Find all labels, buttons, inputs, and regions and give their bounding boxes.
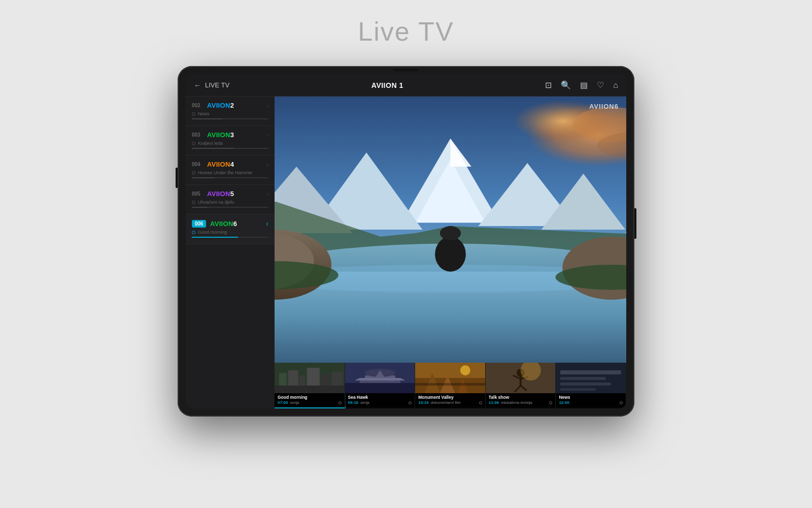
header-actions: ⊡ 🔍 ▤ ♡ ⌂ xyxy=(545,80,618,90)
channel-chevron-icon: › xyxy=(266,103,268,109)
header-channel-title: AVIION 1 xyxy=(371,81,403,89)
thumbnail-info-2: Sea Hawk 09:10 serija xyxy=(345,393,415,406)
channel-item-006[interactable]: 006 AVIION6 ‹ Good morning xyxy=(186,214,275,244)
thumbnail-meta-2: 09:10 serija xyxy=(348,400,412,405)
thumbnail-active-bar xyxy=(275,407,345,408)
favorite-icon[interactable]: ♡ xyxy=(597,80,604,90)
thumbnail-item-4[interactable]: Talk show 11:06 edukativna emisija xyxy=(486,363,556,408)
tablet-screen: ← LIVE TV AVIION 1 ⊡ 🔍 ▤ ♡ ⌂ 002 AVIION xyxy=(186,74,626,408)
channel-list: 002 AVIION2 › News 003 xyxy=(186,97,275,408)
channel-number: 002 xyxy=(192,103,203,108)
thumbnail-time-3: 10:10 xyxy=(418,400,428,405)
progress-bar xyxy=(192,237,268,238)
progress-bar xyxy=(192,148,268,149)
progress-bar xyxy=(192,118,268,119)
thumbnail-time-1: 07:00 xyxy=(278,400,288,405)
thumbnail-title-1: Good morning xyxy=(278,395,342,400)
channel-item-003[interactable]: 003 AVIION3 › Kraljevi leda xyxy=(186,126,275,155)
thumbnail-info-4: Talk show 11:06 edukativna emisija xyxy=(486,393,556,406)
progress-fill xyxy=(192,148,234,149)
progress-fill xyxy=(192,207,207,208)
svg-point-46 xyxy=(460,365,470,375)
home-icon[interactable]: ⌂ xyxy=(613,81,618,90)
thumbnail-bg-2 xyxy=(345,363,415,393)
program-dot xyxy=(192,112,195,116)
progress-fill xyxy=(192,237,238,238)
thumbnail-info-1: Good morning 07:00 serija xyxy=(275,393,345,406)
tablet-volume-button[interactable] xyxy=(176,168,178,188)
thumbnail-meta-1: 07:00 serija xyxy=(278,400,342,405)
svg-rect-39 xyxy=(345,383,415,393)
thumbnail-dot-4 xyxy=(549,401,552,404)
thumbnail-title-5: News xyxy=(559,395,623,400)
subtitle-icon[interactable]: ▤ xyxy=(580,80,588,90)
channel-item-004[interactable]: 004 AVIION4 › Homes Under the Hammer xyxy=(186,155,275,185)
channel-overlay-logo: AVIION6 xyxy=(589,103,619,110)
thumbnail-info-5: News 12:00 xyxy=(556,393,626,406)
thumbnail-type-1: serija xyxy=(290,400,299,405)
back-arrow-icon: ← xyxy=(194,81,201,89)
thumbnail-type-3: dokumentarni film xyxy=(431,400,461,405)
thumbnail-item-1[interactable]: Good morning 07:00 serija xyxy=(275,363,345,408)
thumbnail-title-3: Monument Valley xyxy=(418,395,482,400)
thumbnail-meta-5: 12:00 xyxy=(559,400,623,405)
thumbnail-item-3[interactable]: Monument Valley 10:10 dokumentarni film xyxy=(415,363,486,408)
channel-chevron-icon: › xyxy=(266,132,268,138)
program-name: Uhvaćeni na djelu xyxy=(198,200,234,205)
thumbnail-dot-3 xyxy=(479,401,482,404)
thumbnail-title-2: Sea Hawk xyxy=(348,395,412,400)
page-title: Live TV xyxy=(358,16,454,47)
channel-item-005[interactable]: 005 AVIION5 › Uhvaćeni na djelu xyxy=(186,185,275,214)
thumbnail-type-4: edukativna emisija xyxy=(501,400,532,405)
thumbnail-dot-2 xyxy=(409,401,412,404)
main-content: 002 AVIION2 › News 003 xyxy=(186,97,626,408)
search-icon[interactable]: 🔍 xyxy=(561,80,571,90)
tablet-device: ← LIVE TV AVIION 1 ⊡ 🔍 ▤ ♡ ⌂ 002 AVIION xyxy=(178,66,634,417)
progress-fill xyxy=(192,118,222,119)
thumbnail-bg-4 xyxy=(486,363,556,393)
app-header: ← LIVE TV AVIION 1 ⊡ 🔍 ▤ ♡ ⌂ xyxy=(186,74,626,97)
program-name: News xyxy=(198,111,210,116)
cast-icon[interactable]: ⊡ xyxy=(545,80,552,90)
channel-name: AVIION6 xyxy=(210,220,237,228)
svg-marker-37 xyxy=(354,378,405,380)
tablet-camera xyxy=(393,69,419,71)
channel-number-active: 006 xyxy=(192,220,206,228)
svg-point-24 xyxy=(440,226,461,240)
thumbnail-info-3: Monument Valley 10:10 dokumentarni film xyxy=(415,393,485,406)
progress-bar xyxy=(192,207,268,208)
channel-chevron-active-icon: ‹ xyxy=(266,219,268,228)
video-player[interactable]: AVIION6 xyxy=(275,97,626,363)
thumbnail-title-4: Talk show xyxy=(489,395,553,400)
program-name: Homes Under the Hammer xyxy=(198,170,253,175)
progress-bar xyxy=(192,177,268,178)
thumbnail-item-5[interactable]: News 12:00 xyxy=(556,363,626,408)
thumbnail-bg-1 xyxy=(275,363,345,393)
channel-item-002[interactable]: 002 AVIION2 › News xyxy=(186,97,275,126)
channel-name: AVIION4 xyxy=(207,161,234,168)
thumbnail-meta-3: 10:10 dokumentarni film xyxy=(418,400,482,405)
svg-rect-45 xyxy=(415,383,485,386)
video-area: AVIION6 xyxy=(275,97,626,408)
thumbnails-row: Good morning 07:00 serija xyxy=(275,363,626,408)
svg-rect-56 xyxy=(560,370,621,374)
thumbnail-item-2[interactable]: Sea Hawk 09:10 serija xyxy=(345,363,416,408)
thumbnail-bg-5 xyxy=(556,363,626,393)
thumbnail-type-2: serija xyxy=(360,400,369,405)
program-dot xyxy=(192,201,195,204)
thumbnail-bg-3 xyxy=(415,363,485,393)
program-dot xyxy=(192,142,195,145)
channel-name: AVIION5 xyxy=(207,190,234,198)
thumbnail-time-4: 11:06 xyxy=(489,400,499,405)
thumbnail-dot-1 xyxy=(339,401,342,404)
channel-number: 003 xyxy=(192,132,203,138)
svg-rect-57 xyxy=(560,377,606,380)
program-name: Kraljevi leda xyxy=(198,141,223,146)
thumbnail-dot-5 xyxy=(620,401,623,404)
header-back-nav[interactable]: ← LIVE TV xyxy=(194,81,229,89)
program-name-active: Good morning xyxy=(198,230,227,235)
thumbnail-time-5: 12:00 xyxy=(559,400,569,405)
channel-chevron-icon: › xyxy=(266,162,268,168)
tablet-power-button[interactable] xyxy=(634,208,636,239)
video-content xyxy=(275,97,626,363)
